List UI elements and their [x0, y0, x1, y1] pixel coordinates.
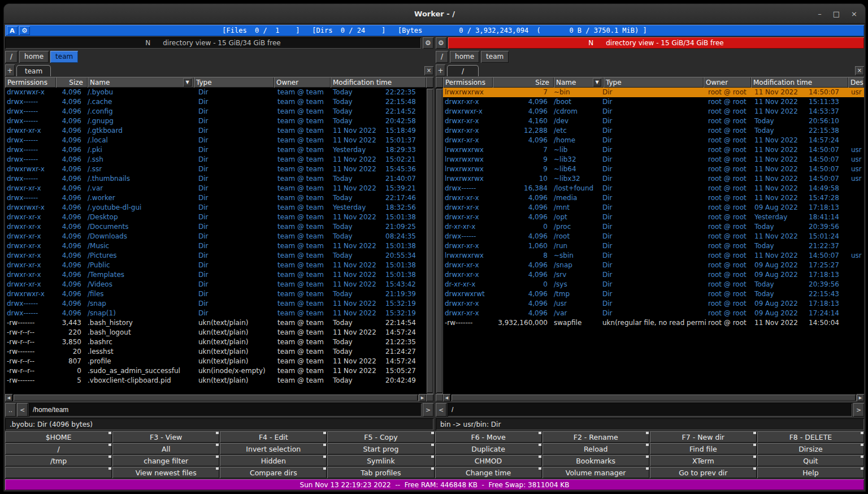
scroll-right-icon[interactable]: ▶	[419, 394, 426, 401]
file-row[interactable]: -rw-r--r--807.profileukn(text/plain)team…	[5, 357, 426, 366]
file-row[interactable]: -rw-r--r--220.bash_logoutukn(text/plain)…	[5, 328, 426, 337]
maximize-button[interactable]: □	[833, 10, 840, 18]
file-row[interactable]: drwx------16,384/lost+foundDirroot @ roo…	[443, 184, 864, 193]
file-row[interactable]: -rw-------5.vboxclient-clipboard.pidukn(…	[5, 376, 426, 385]
file-row[interactable]: drwxr-xr-x4,096/DocumentsDirteam @ teamT…	[5, 222, 426, 232]
column-header-type[interactable]: Type	[194, 77, 274, 88]
cmd-button-help[interactable]: Help	[757, 467, 864, 478]
left-filter-dropdown-icon[interactable]: ▼	[183, 78, 192, 86]
file-row[interactable]: drwxrwxr-x4,096/.ssrDirteam @ team11 Nov…	[5, 164, 426, 174]
left-parent-dir-button[interactable]: ..	[5, 403, 16, 417]
file-row[interactable]: drwxr-xr-x4,096/optDirroot @ rootYesterd…	[443, 213, 864, 222]
file-row[interactable]: drwx------4,096/.configDirteam @ teamTod…	[5, 107, 426, 116]
file-row[interactable]: drwx------4,096/.cacheDirteam @ teamToda…	[5, 97, 426, 107]
cmd-button-tab-profiles[interactable]: Tab profiles	[327, 467, 434, 478]
cmd-button-f8-delete[interactable]: F8 - DELETE	[757, 431, 864, 443]
right-tab-close-icon[interactable]: ×	[855, 66, 864, 75]
left-vscroll-thumb[interactable]	[427, 89, 433, 393]
file-row[interactable]: drwxr-xr-x4,096/bootDirroot @ root11 Nov…	[443, 97, 864, 107]
cmd-button-all[interactable]: All	[112, 443, 219, 454]
column-header-size[interactable]: Size	[56, 77, 88, 88]
file-row[interactable]: drwxr-xr-x4,096/mntDirroot @ root09 Aug …	[443, 203, 864, 213]
cmd-button-start-prog[interactable]: Start prog	[327, 443, 434, 454]
file-row[interactable]: -rw-r--r--3,850.bashrcukn(text/plain)tea…	[5, 337, 426, 347]
left-tab-close-icon[interactable]: ×	[424, 66, 433, 75]
cmd-button-find-file[interactable]: Find file	[650, 443, 757, 454]
scroll-right-icon[interactable]: ▶	[857, 394, 864, 401]
file-row[interactable]: drwxr-xr-x4,160/devDirroot @ rootToday20…	[443, 116, 864, 126]
file-row[interactable]: drwx------4,096/.sshDirteam @ team11 Nov…	[5, 155, 426, 164]
file-row[interactable]: drwx------4,096/.thumbnailsDirteam @ tea…	[5, 174, 426, 184]
breadcrumb-team[interactable]: team	[50, 51, 78, 63]
file-row[interactable]: drwx------4,096/.pkiDirteam @ teamYester…	[5, 145, 426, 155]
file-row[interactable]: dr-xr-xr-x0/procDirroot @ rootToday20:39…	[443, 222, 864, 232]
file-row[interactable]: drwxrwxr-x4,096/.byobuDirteam @ teamToda…	[5, 88, 426, 97]
column-header-owner[interactable]: Owner	[274, 77, 331, 88]
cmd-button-bookmarks[interactable]: Bookmarks	[542, 455, 649, 466]
file-row[interactable]: drwxr-xr-x4,096/VideosDirteam @ team11 N…	[5, 280, 426, 289]
column-header-owner[interactable]: Owner	[704, 77, 751, 88]
right-filter-dropdown-icon[interactable]: ▼	[593, 78, 601, 86]
cmd-button-quit[interactable]: Quit	[757, 455, 864, 466]
file-row[interactable]: lrwxrwxrwx7~binDirroot @ root11 Nov 2022…	[443, 88, 864, 97]
file-row[interactable]: drwx------4,096/.localDirteam @ team11 N…	[5, 136, 426, 145]
column-header-size[interactable]: Size	[493, 77, 554, 88]
cmd-button-f6-move[interactable]: F6 - Move	[435, 431, 542, 443]
breadcrumb-team[interactable]: team	[481, 51, 509, 63]
close-button[interactable]: ×	[851, 10, 857, 18]
file-row[interactable]: drwxr-xr-x4,096/srvDirroot @ root09 Aug …	[443, 270, 864, 280]
file-row[interactable]: drwxr-xr-x4,096/snapDirroot @ root09 Aug…	[443, 261, 864, 270]
file-row[interactable]: drwxr-xr-x4,096/DesktopDirteam @ team11 …	[5, 213, 426, 222]
file-row[interactable]: drwxr-xr-x4,096/MusicDirteam @ team11 No…	[5, 241, 426, 251]
file-row[interactable]: drwx------4,096/snap(1)Dirteam @ team11 …	[5, 309, 426, 318]
file-row[interactable]: -rw-------3,443.bash_historyukn(text/pla…	[5, 318, 426, 328]
cmd-button-f3-view[interactable]: F3 - View	[112, 431, 219, 443]
column-header-permissions[interactable]: Permissions	[5, 77, 56, 88]
left-history-back-button[interactable]: <	[17, 403, 28, 417]
cmd-button-reload[interactable]: Reload	[542, 443, 649, 454]
file-row[interactable]: lrwxrwxrwx9~lib32Dirroot @ root11 Nov 20…	[443, 155, 864, 164]
file-row[interactable]: dr-xr-xr-x0/sysDirroot @ rootToday20:39:…	[443, 280, 864, 289]
bank-a-button[interactable]: A	[7, 26, 18, 35]
cmd-button-symlink[interactable]: Symlink	[327, 455, 434, 466]
left-hscroll-thumb[interactable]	[14, 395, 418, 401]
cmd-button-view-newest-files[interactable]: View newest files	[112, 467, 219, 478]
file-row[interactable]: drwxr-xr-x12,288/etcDirroot @ rootToday2…	[443, 126, 864, 136]
breadcrumb-root[interactable]: /	[5, 51, 18, 63]
cmd-button-empty[interactable]	[5, 467, 112, 478]
right-panel-statebar[interactable]: N directory view - 15 GiB/34 GiB free	[448, 37, 864, 49]
cmd-button-f2-rename[interactable]: F2 - Rename	[542, 431, 649, 443]
titlebar[interactable]: Worker - / – □ ×	[4, 4, 865, 24]
right-new-tab-button[interactable]: +	[436, 64, 445, 76]
cmd-button-volume-manager[interactable]: Volume manager	[542, 467, 649, 478]
right-path-input[interactable]	[448, 403, 852, 417]
cmd-button-hidden[interactable]: Hidden	[220, 455, 327, 466]
right-hscroll-thumb[interactable]	[452, 395, 856, 401]
minimize-button[interactable]: –	[818, 10, 822, 18]
file-row[interactable]: drwxr-xr-x1,060/runDirroot @ rootToday21…	[443, 241, 864, 251]
file-row[interactable]: drwxr-xr-x4,096/PicturesDirteam @ teamTo…	[5, 251, 426, 261]
cmd-button-duplicate[interactable]: Duplicate	[435, 443, 542, 454]
column-header-name[interactable]: Name ▼	[88, 77, 194, 88]
breadcrumb-home[interactable]: home	[19, 51, 49, 63]
cmd-button-dirsize[interactable]: Dirsize	[757, 443, 864, 454]
column-header-permissions[interactable]: Permissions	[443, 77, 493, 88]
file-row[interactable]: drwx------4,096/.workerDirteam @ teamTod…	[5, 193, 426, 203]
scroll-left-icon[interactable]: ◀	[443, 394, 450, 401]
cmd-button-f7-new-dir[interactable]: F7 - New dir	[650, 431, 757, 443]
left-tab-team[interactable]: team	[16, 65, 51, 76]
file-row[interactable]: lrwxrwxrwx7~libDirroot @ root11 Nov 2022…	[443, 145, 864, 155]
right-history-forward-button[interactable]: >	[853, 403, 864, 417]
left-history-forward-button[interactable]: >	[423, 403, 433, 417]
file-row[interactable]: -rw-r--r--0.sudo_as_admin_successfulukn(…	[5, 366, 426, 376]
column-header-destination[interactable]: Des	[848, 77, 864, 88]
cmd-button-change-time[interactable]: Change time	[435, 467, 542, 478]
column-header-mtime[interactable]: Modification time	[751, 77, 848, 88]
right-tab-root[interactable]: /	[447, 65, 479, 76]
cmd-button-f4-edit[interactable]: F4 - Edit	[220, 431, 327, 443]
file-row[interactable]: drwxr-xr-x4,096/.gtkboardDirteam @ team1…	[5, 126, 426, 136]
file-row[interactable]: drwxrwxr-x4,096/cdromDirroot @ root11 No…	[443, 107, 864, 116]
file-row[interactable]: -rw-------3,932,160,000swapfileukn(regul…	[443, 318, 864, 328]
file-row[interactable]: drwxr-xr-x4,096/varDirroot @ root09 Aug …	[443, 309, 864, 318]
left-panel-config-gear-icon[interactable]: ⚙	[423, 37, 433, 49]
